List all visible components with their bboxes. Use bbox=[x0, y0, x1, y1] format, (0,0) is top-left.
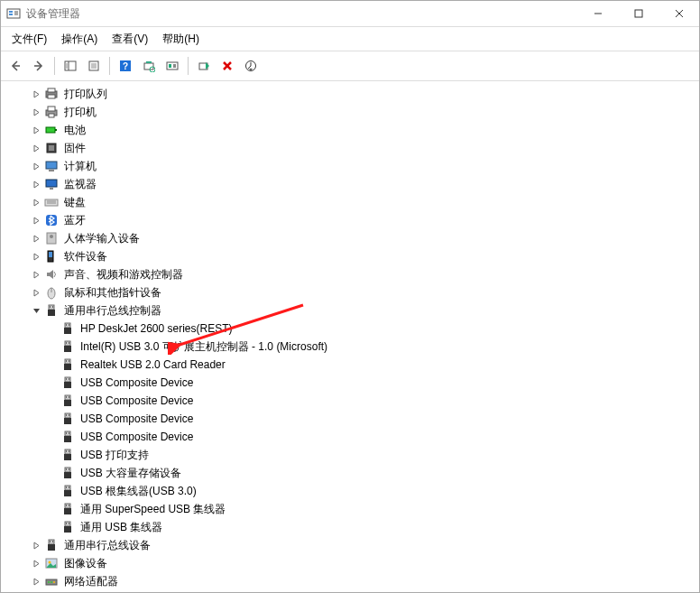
tree-item[interactable]: Intel(R) USB 3.0 可扩展主机控制器 - 1.0 (Microso… bbox=[6, 338, 699, 356]
menu-action[interactable]: 操作(A) bbox=[54, 30, 105, 49]
svg-rect-91 bbox=[65, 468, 70, 472]
svg-rect-35 bbox=[48, 107, 55, 111]
tree-item[interactable]: 声音、视频和游戏控制器 bbox=[6, 265, 699, 283]
svg-text:?: ? bbox=[123, 61, 128, 71]
svg-rect-25 bbox=[169, 64, 171, 68]
svg-rect-22 bbox=[146, 61, 152, 63]
close-button[interactable] bbox=[659, 1, 699, 26]
expand-icon[interactable] bbox=[30, 286, 42, 299]
svg-rect-55 bbox=[49, 305, 54, 310]
menu-file[interactable]: 文件(F) bbox=[5, 30, 54, 49]
tree-item[interactable]: 软件设备 bbox=[6, 247, 699, 265]
tree-item[interactable]: 鼠标和其他指针设备 bbox=[6, 283, 699, 301]
svg-rect-41 bbox=[46, 162, 57, 169]
tree-item[interactable]: USB Composite Device bbox=[6, 410, 699, 428]
update-driver-button[interactable] bbox=[161, 55, 183, 77]
menu-view[interactable]: 查看(V) bbox=[105, 30, 155, 49]
scan-for-changes-button[interactable] bbox=[240, 55, 262, 77]
tree-item[interactable]: USB Composite Device bbox=[6, 392, 699, 410]
tree-item[interactable]: 固件 bbox=[6, 139, 699, 157]
tree-item[interactable]: 键盘 bbox=[6, 193, 699, 211]
enable-device-button[interactable] bbox=[193, 55, 215, 77]
svg-rect-95 bbox=[65, 486, 70, 490]
tree-item-label: 鼠标和其他指针设备 bbox=[62, 284, 163, 301]
usb-icon bbox=[60, 412, 75, 426]
tree-item[interactable]: 电池 bbox=[6, 121, 699, 139]
expand-icon[interactable] bbox=[30, 539, 42, 551]
usb-icon bbox=[60, 448, 75, 462]
svg-rect-59 bbox=[65, 323, 70, 328]
svg-rect-66 bbox=[69, 342, 69, 344]
expand-icon[interactable] bbox=[30, 250, 42, 263]
uninstall-device-button[interactable] bbox=[216, 55, 238, 77]
expand-icon[interactable] bbox=[30, 214, 42, 227]
svg-rect-44 bbox=[50, 188, 53, 190]
tree-area[interactable]: 打印队列打印机电池固件计算机监视器键盘蓝牙人体学输入设备软件设备声音、视频和游戏… bbox=[1, 81, 699, 592]
help-button[interactable]: ? bbox=[115, 55, 136, 77]
network-icon bbox=[44, 574, 59, 588]
expand-icon[interactable] bbox=[30, 268, 42, 281]
properties-button[interactable] bbox=[83, 55, 105, 77]
toolbar: ? bbox=[1, 51, 699, 81]
tree-item[interactable]: USB Composite Device bbox=[6, 428, 699, 446]
tree-item[interactable]: USB 大容量存储设备 bbox=[6, 464, 699, 482]
expand-icon[interactable] bbox=[30, 575, 42, 588]
tree-item[interactable]: 计算机 bbox=[6, 157, 699, 175]
maximize-button[interactable] bbox=[618, 1, 659, 26]
tree-item[interactable]: 系统设备 bbox=[6, 590, 699, 592]
tree-item[interactable]: 监视器 bbox=[6, 175, 699, 193]
expand-icon[interactable] bbox=[30, 232, 42, 245]
menu-bar: 文件(F) 操作(A) 查看(V) 帮助(H) bbox=[1, 27, 699, 51]
svg-rect-21 bbox=[144, 63, 153, 69]
svg-rect-81 bbox=[66, 414, 67, 416]
svg-rect-96 bbox=[64, 490, 71, 496]
svg-rect-40 bbox=[49, 145, 54, 151]
tree-item[interactable]: 打印机 bbox=[6, 103, 699, 121]
svg-rect-103 bbox=[65, 522, 70, 526]
tree-item[interactable]: HP DeskJet 2600 series(REST) bbox=[6, 320, 699, 338]
expand-icon[interactable] bbox=[30, 557, 42, 570]
no-expand bbox=[46, 340, 59, 353]
svg-rect-76 bbox=[64, 400, 71, 406]
minimize-button[interactable] bbox=[577, 1, 618, 26]
expand-icon[interactable] bbox=[30, 160, 42, 172]
expand-icon[interactable] bbox=[30, 142, 42, 154]
tree-item-label: 通用 USB 集线器 bbox=[78, 519, 164, 536]
tree-item-label: 声音、视频和游戏控制器 bbox=[62, 266, 185, 283]
tree-item[interactable]: 通用串行总线控制器 bbox=[6, 301, 699, 320]
tree-item[interactable]: 通用 USB 集线器 bbox=[6, 518, 699, 536]
tree-item[interactable]: 打印队列 bbox=[6, 85, 699, 103]
svg-point-114 bbox=[48, 581, 50, 583]
tree-item[interactable]: Realtek USB 2.0 Card Reader bbox=[6, 356, 699, 374]
expand-icon[interactable] bbox=[30, 88, 42, 100]
tree-item[interactable]: USB 根集线器(USB 3.0) bbox=[6, 482, 699, 500]
tree-item[interactable]: 网络适配器 bbox=[6, 572, 699, 590]
usb-icon bbox=[60, 466, 75, 480]
tree-item[interactable]: 蓝牙 bbox=[6, 211, 699, 229]
back-button[interactable] bbox=[5, 55, 26, 77]
svg-rect-84 bbox=[64, 436, 71, 442]
expand-icon[interactable] bbox=[30, 196, 42, 208]
tree-item[interactable]: USB Composite Device bbox=[6, 374, 699, 392]
tree-item-label: HP DeskJet 2600 series(REST) bbox=[78, 321, 235, 336]
collapse-icon[interactable] bbox=[30, 304, 42, 317]
svg-point-112 bbox=[49, 561, 51, 564]
expand-icon[interactable] bbox=[30, 106, 42, 118]
no-expand bbox=[46, 431, 59, 443]
tree-item[interactable]: USB 打印支持 bbox=[6, 446, 699, 464]
tree-item[interactable]: 通用 SuperSpeed USB 集线器 bbox=[6, 500, 699, 518]
tree-item[interactable]: 图像设备 bbox=[6, 554, 699, 572]
menu-help[interactable]: 帮助(H) bbox=[155, 30, 207, 49]
title-bar[interactable]: 设备管理器 bbox=[1, 1, 699, 27]
scan-hardware-button[interactable] bbox=[138, 55, 160, 77]
forward-button[interactable] bbox=[28, 55, 50, 77]
show-hide-console-tree-button[interactable] bbox=[60, 55, 81, 77]
svg-rect-77 bbox=[66, 396, 67, 398]
svg-rect-24 bbox=[167, 62, 178, 69]
tree-item[interactable]: 通用串行总线设备 bbox=[6, 536, 699, 554]
tree-item[interactable]: 人体学输入设备 bbox=[6, 229, 699, 247]
expand-icon[interactable] bbox=[30, 124, 42, 136]
expand-icon[interactable] bbox=[30, 178, 42, 190]
tree-item-label: 人体学输入设备 bbox=[62, 230, 142, 247]
svg-rect-57 bbox=[50, 306, 51, 308]
